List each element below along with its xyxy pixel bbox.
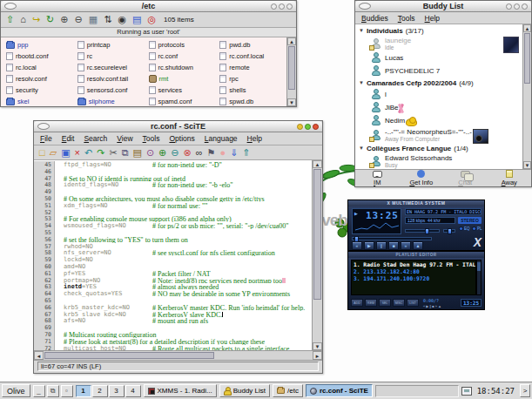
file-item[interactable]: security [3, 85, 72, 96]
file-item[interactable]: pwd.db [216, 39, 286, 51]
cut-icon[interactable]: ✂ [109, 148, 117, 158]
buddy-row[interactable]: Edward ScissorhandsBusy [357, 153, 522, 169]
buddy-row[interactable]: Nedim [357, 114, 522, 127]
workspace-4[interactable]: 4 [125, 385, 141, 397]
editor-horizontal-scrollbar[interactable]: ◄ ► [34, 351, 322, 361]
file-item[interactable]: rc [74, 51, 144, 62]
editor-line[interactable]: 58nfs_server=NO# see sysctl.conf for nfs… [34, 249, 312, 256]
buddy-row[interactable]: l [357, 88, 522, 101]
close-button[interactable] [286, 3, 293, 10]
windows-menu-button[interactable]: ▫ [61, 385, 73, 397]
help-icon[interactable]: ◎ [147, 15, 156, 24]
playlist-items[interactable]: 1. Radio Stad Den Haag 97.2 FM - ITALO D… [351, 260, 476, 295]
buddy-group-header[interactable]: ▼Collègues France Langue(1/4) [357, 143, 522, 153]
collapse-triangle-icon[interactable]: ▼ [359, 80, 364, 85]
reload-icon[interactable]: ↻ [46, 15, 54, 24]
taskbar-overflow-button[interactable]: > [520, 384, 530, 397]
save-file-icon[interactable]: ▣ [61, 148, 70, 158]
menu-edit[interactable]: Edit [62, 134, 75, 143]
binoculars-icon[interactable]: ∞ [196, 148, 203, 158]
list-view-icon[interactable]: ▤ [132, 15, 141, 24]
editor-line[interactable]: 65 [34, 297, 312, 304]
sel-button[interactable]: SEL [379, 299, 391, 307]
task-button[interactable]: rc.conf - SciTE [306, 384, 373, 397]
editor-line[interactable]: 49 [34, 188, 312, 195]
forward-icon[interactable]: ↪ [32, 15, 40, 24]
task-button[interactable]: /etc [273, 384, 303, 397]
scroll-up-arrow[interactable]: ▲ [313, 160, 322, 168]
task-button[interactable]: Buddy List [219, 384, 270, 397]
eject-button[interactable]: ▲ [413, 241, 423, 250]
file-item[interactable]: rpc [216, 73, 286, 85]
go-icon[interactable]: ⇑ [242, 148, 250, 158]
collapse-triangle-icon[interactable]: ▼ [359, 28, 364, 33]
editor-line[interactable]: 59lockd=NO [34, 256, 312, 263]
editor-line[interactable]: 62portmap=NO# Note: inetd(8) rpc service… [34, 277, 312, 284]
find-stop-icon[interactable]: ⊗ [184, 148, 192, 158]
editor-line[interactable]: 45ftpd_flags=NO# for non-inetd use: "-D" [34, 161, 312, 168]
record-icon[interactable]: ● [219, 148, 226, 158]
up-icon[interactable]: ⇧ [6, 15, 14, 24]
playlist-item[interactable]: 2. 213.132.182.42:80 [354, 268, 474, 275]
playlist-scrollbar[interactable] [476, 260, 481, 295]
get-info-button[interactable]: Get Info [400, 170, 444, 186]
file-item[interactable]: sliphome [74, 96, 144, 106]
editor-line[interactable]: 61pf=YES# Packet filter / NAT [34, 270, 312, 277]
menu-help[interactable]: Help [425, 14, 440, 23]
eq-button[interactable]: EQ [459, 227, 470, 231]
mini-transport-buttons[interactable]: «▶∥■»▲ [423, 304, 442, 308]
file-manager-titlebar[interactable]: /etc [1, 1, 296, 12]
window-list-button[interactable]: ⧉ [47, 385, 59, 397]
volume-slider[interactable] [405, 229, 440, 233]
zoom-out-icon[interactable]: ⊖ [75, 15, 83, 24]
zoom-in-icon[interactable]: ⊕ [60, 15, 68, 24]
menu-buddies[interactable]: Buddies [361, 14, 388, 23]
scroll-down-arrow[interactable]: ▼ [313, 342, 322, 350]
buddy-row[interactable]: launeigeIdle [357, 36, 522, 51]
menu-view[interactable]: View [117, 134, 132, 143]
file-item[interactable]: rc.conf [145, 51, 215, 62]
misc-button[interactable]: MISC [393, 299, 405, 307]
file-item[interactable]: spwd.db [216, 96, 286, 106]
menu-tools[interactable]: Tools [143, 134, 160, 143]
file-item[interactable]: rc.local [3, 62, 72, 73]
buddy-row[interactable]: PSYCHEDELIC 7 [357, 64, 522, 78]
menu-help[interactable]: Help [247, 134, 262, 143]
scroll-up-arrow[interactable]: ▲ [523, 24, 531, 32]
buddy-vertical-scrollbar[interactable]: ▲ ▼ [522, 24, 531, 169]
scite-titlebar[interactable]: rc.conf - SciTE [34, 121, 322, 132]
find-next-icon[interactable]: ⊕ [158, 148, 166, 158]
icon-view-icon[interactable]: ▦ [89, 15, 98, 24]
fm-vertical-scrollbar[interactable]: ▲ ▼ [286, 37, 296, 106]
editor-vertical-scrollbar[interactable]: ▲ ▼ [312, 160, 322, 350]
scroll-thumb[interactable] [524, 33, 530, 84]
compile-icon[interactable]: ⇓ [230, 148, 238, 158]
file-item[interactable]: rmt [145, 73, 215, 85]
file-item[interactable]: resolv.conf.tail [74, 73, 144, 85]
editor-line[interactable]: 68afs=NO# mount and run afs [34, 317, 312, 324]
balance-thumb[interactable] [448, 228, 452, 234]
sort-icon[interactable]: ⇅ [104, 15, 111, 24]
scroll-left-arrow[interactable]: ◄ [34, 351, 44, 360]
find-icon[interactable]: ⊙ [146, 148, 154, 158]
replace-icon[interactable]: ⊖ [171, 148, 178, 158]
file-item[interactable]: spamd.conf [145, 96, 215, 106]
menu-tools[interactable]: Tools [398, 14, 415, 23]
editor-line[interactable]: 72multicast_host=NO# Route all multicast… [34, 345, 312, 351]
file-item[interactable]: rc.securelevel [74, 62, 144, 73]
away-button[interactable]: Away [488, 170, 532, 186]
editor-line[interactable]: 47# Set to NO if identd is running out o… [34, 175, 312, 182]
editor-line[interactable]: 52 [34, 209, 312, 216]
start-menu-button[interactable]: Olive [2, 384, 30, 397]
monitor-tray-icon[interactable] [461, 387, 472, 396]
pl-button[interactable]: PL [472, 227, 482, 231]
next-button[interactable]: » [401, 241, 411, 250]
editor-line[interactable]: 50# On some architectures, you must also… [34, 195, 312, 202]
editor-line[interactable]: 64check_quotas=YES# NO may be desirable … [34, 290, 312, 297]
workspace-1[interactable]: 1 [76, 385, 91, 397]
preview-icon[interactable]: ◉ [118, 15, 126, 24]
close-button[interactable] [313, 124, 319, 130]
editor-line[interactable]: 67krb5_slave_kdc=NO# KerberosV slave KDC… [34, 311, 312, 318]
show-desktop-button[interactable]: _ [33, 385, 45, 397]
minimize-button[interactable] [271, 3, 277, 10]
